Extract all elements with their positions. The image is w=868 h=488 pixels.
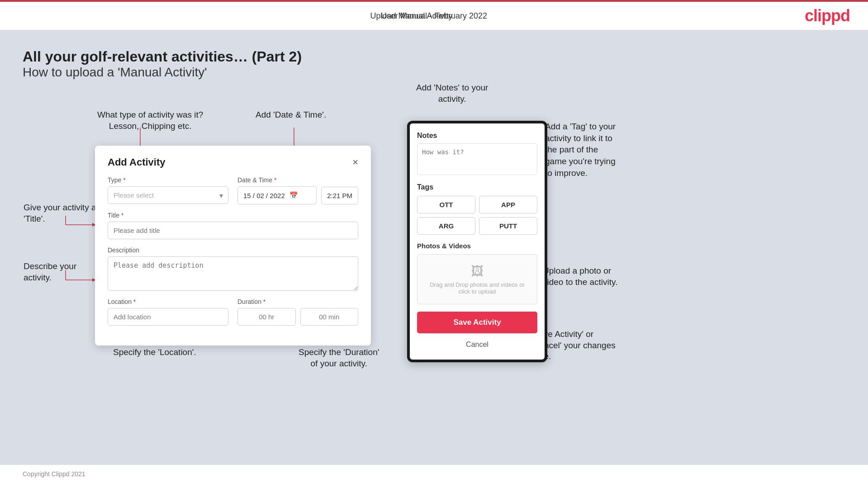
location-duration-row: Location * Duration * bbox=[108, 298, 358, 326]
ann-duration: Specify the 'Duration' of your activity. bbox=[299, 347, 379, 369]
time-input[interactable]: 2:21 PM bbox=[321, 187, 358, 204]
mins-input[interactable] bbox=[300, 308, 359, 326]
ann-upload: Upload a photo or video to the activity. bbox=[543, 265, 617, 288]
description-textarea[interactable] bbox=[108, 256, 358, 291]
heading2: How to upload a 'Manual Activity' bbox=[23, 65, 845, 80]
ann-tag: Add a 'Tag' to your activity to link it … bbox=[545, 121, 616, 179]
date-input[interactable]: 15 / 02 / 2022 📅 bbox=[237, 186, 317, 204]
add-activity-modal: Add Activity × Type * Please select Date… bbox=[95, 146, 371, 346]
modal-close-button[interactable]: × bbox=[352, 157, 358, 167]
upload-text: Drag and Drop photos and videos or click… bbox=[427, 281, 528, 295]
phone-mockup: Notes Tags OTT APP ARG PUTT Photos & Vid… bbox=[407, 121, 547, 362]
tag-app[interactable]: APP bbox=[479, 196, 537, 213]
phone-inner: Notes Tags OTT APP ARG PUTT Photos & Vid… bbox=[410, 123, 545, 360]
top-bar: Upload Manual Activity User Manual - Feb… bbox=[0, 0, 868, 30]
notes-input[interactable] bbox=[417, 143, 537, 175]
tags-grid: OTT APP ARG PUTT bbox=[417, 196, 537, 235]
duration-group: Duration * bbox=[237, 298, 358, 326]
hours-input[interactable] bbox=[237, 308, 296, 326]
description-group: Description bbox=[108, 246, 358, 291]
title-label: Title * bbox=[108, 212, 358, 219]
type-select[interactable]: Please select bbox=[108, 186, 228, 204]
notes-label: Notes bbox=[417, 132, 537, 140]
logo: clippd bbox=[805, 6, 850, 25]
type-label: Type * bbox=[108, 176, 228, 184]
ann-give-title: Give your activity a 'Title'. bbox=[24, 202, 96, 224]
date-time-inputs: 15 / 02 / 2022 📅 2:21 PM bbox=[237, 186, 358, 204]
description-label: Description bbox=[108, 246, 358, 254]
upload-area[interactable]: 🖼 Drag and Drop photos and videos or cli… bbox=[417, 254, 537, 304]
location-input[interactable] bbox=[108, 308, 228, 326]
type-select-wrapper: Please select bbox=[108, 186, 228, 204]
datetime-label: Date & Time * bbox=[237, 176, 358, 184]
ann-describe: Describe your activity. bbox=[24, 261, 76, 283]
ann-location: Specify the 'Location'. bbox=[113, 347, 196, 358]
tag-ott[interactable]: OTT bbox=[417, 196, 475, 213]
duration-inputs bbox=[237, 308, 358, 326]
tag-putt[interactable]: PUTT bbox=[479, 217, 537, 235]
modal-header: Add Activity × bbox=[108, 156, 358, 168]
ann-activity-type: What type of activity was it? Lesson, Ch… bbox=[97, 109, 203, 132]
type-datetime-row: Type * Please select Date & Time * 15 / … bbox=[108, 176, 358, 204]
upload-icon: 🖼 bbox=[427, 264, 528, 279]
title-group: Title * bbox=[108, 212, 358, 239]
type-group: Type * Please select bbox=[108, 176, 228, 204]
page-heading: All your golf-relevant activities… (Part… bbox=[23, 48, 845, 80]
duration-label: Duration * bbox=[237, 298, 358, 305]
footer: Copyright Clippd 2021 bbox=[0, 464, 868, 483]
main-content: All your golf-relevant activities… (Part… bbox=[0, 30, 868, 464]
ann-notes: Add 'Notes' to your activity. bbox=[416, 82, 488, 104]
heading1: All your golf-relevant activities… (Part… bbox=[23, 48, 845, 65]
tag-arg[interactable]: ARG bbox=[417, 217, 475, 235]
location-label: Location * bbox=[108, 298, 228, 305]
location-group: Location * bbox=[108, 298, 228, 326]
save-activity-button[interactable]: Save Activity bbox=[417, 312, 537, 333]
manual-title: User Manual - February 2022 bbox=[381, 11, 487, 21]
cancel-button[interactable]: Cancel bbox=[417, 338, 537, 351]
ann-date-time: Add 'Date & Time'. bbox=[256, 109, 326, 121]
title-input[interactable] bbox=[108, 222, 358, 239]
modal-title: Add Activity bbox=[108, 156, 166, 168]
datetime-group: Date & Time * 15 / 02 / 2022 📅 2:21 PM bbox=[237, 176, 358, 204]
tags-label: Tags bbox=[417, 183, 537, 191]
copyright: Copyright Clippd 2021 bbox=[23, 470, 85, 478]
photos-label: Photos & Videos bbox=[417, 242, 537, 250]
